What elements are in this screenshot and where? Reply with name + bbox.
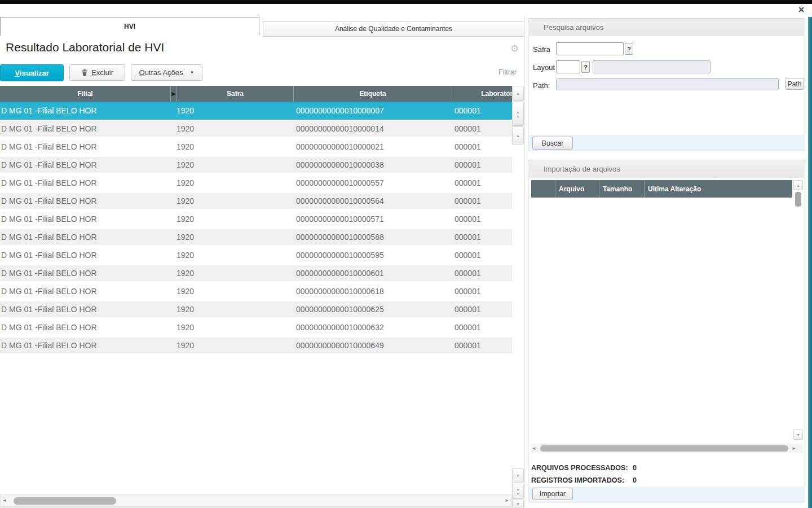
table-cell: 000001 xyxy=(452,196,512,205)
table-cell: D MG 01 -Filial BELO HOR xyxy=(0,214,170,224)
table-row[interactable]: D MG 01 -Filial BELO HOR1920000000000000… xyxy=(0,102,512,120)
column-header-laboratorio[interactable]: Laboratório xyxy=(452,86,512,102)
table-row[interactable]: D MG 01 -Filial BELO HOR1920000000000000… xyxy=(0,246,512,264)
outras-acoes-button[interactable]: Outras Ações ▼ xyxy=(131,64,202,81)
registros-importados-value: 0 xyxy=(633,476,637,484)
scroll-page-down-icon[interactable]: ▼▼ xyxy=(512,484,524,499)
close-icon[interactable]: ✕ xyxy=(794,3,809,16)
table-cell: D MG 01 -Filial BELO HOR xyxy=(0,196,170,205)
table-cell: 000001 xyxy=(452,323,512,332)
table-cell: 00000000000010000007 xyxy=(293,106,452,115)
import-horizontal-scroll-thumb[interactable] xyxy=(540,445,788,452)
app-window: ✕ HVI Análise de Qualidade e Contaminant… xyxy=(0,0,812,508)
table-cell: D MG 01 -Filial BELO HOR xyxy=(0,124,170,133)
column-header-safra[interactable]: Safra xyxy=(176,86,293,102)
table-cell: 1920 xyxy=(176,305,293,314)
results-table-header: Filial ▶ Safra Etiqueta Laboratório xyxy=(0,86,512,102)
excluir-button[interactable]: Excluir xyxy=(69,64,125,81)
table-cell: D MG 01 -Filial BELO HOR xyxy=(0,233,170,242)
scroll-up-icon[interactable]: ▲ xyxy=(512,86,524,101)
scroll-left-icon[interactable]: ◄ xyxy=(2,498,7,503)
column-header-etiqueta[interactable]: Etiqueta xyxy=(293,86,452,102)
scroll-down-icon[interactable]: ▼ xyxy=(512,468,524,483)
import-table-header: Arquivo Tamanho Ultima Alteração xyxy=(531,180,792,198)
table-row[interactable]: D MG 01 -Filial BELO HOR1920000000000000… xyxy=(0,138,512,156)
tab-analise-qualidade[interactable]: Análise de Qualidade e Contaminantes xyxy=(263,21,524,37)
table-cell: 1920 xyxy=(176,178,293,187)
table-row[interactable]: D MG 01 -Filial BELO HOR1920000000000000… xyxy=(0,192,512,210)
buscar-button[interactable]: Buscar xyxy=(532,137,573,150)
import-column-tamanho[interactable]: Tamanho xyxy=(599,180,644,198)
table-cell: 000001 xyxy=(452,287,512,296)
safra-lookup-button[interactable]: ? xyxy=(625,43,633,55)
table-cell: D MG 01 -Filial BELO HOR xyxy=(0,251,170,260)
import-vertical-scroll-thumb[interactable] xyxy=(795,192,801,207)
results-table-body: D MG 01 -Filial BELO HOR1920000000000000… xyxy=(0,102,512,354)
filtrar-link[interactable]: Filtrar xyxy=(498,68,517,76)
table-cell: 00000000000010000588 xyxy=(293,233,452,242)
import-scroll-right-icon[interactable]: ► xyxy=(792,446,796,451)
table-cell: 00000000000010000618 xyxy=(293,287,452,296)
excluir-label: Excluir xyxy=(91,68,113,77)
safra-input[interactable] xyxy=(556,42,624,55)
scroll-thumb-up-icon[interactable]: ▲ xyxy=(512,126,524,144)
layout-label: Layout xyxy=(533,63,555,72)
chevron-down-icon: ▼ xyxy=(190,70,195,75)
table-cell: D MG 01 -Filial BELO HOR xyxy=(0,269,170,278)
left-window-border-bottom xyxy=(0,507,524,507)
current-record-indicator-icon: ▶ xyxy=(170,86,176,102)
path-button[interactable]: Path xyxy=(785,78,804,90)
table-cell: D MG 01 -Filial BELO HOR xyxy=(0,106,170,115)
table-cell: 1920 xyxy=(176,287,293,296)
importacao-arquivos-panel: Importação de arquivos Arquivo Tamanho U… xyxy=(528,160,805,502)
safra-label: Safra xyxy=(533,45,550,54)
registros-importados-label: REGISTROS IMPORTADOS: xyxy=(531,476,624,484)
import-column-ultima-alteracao[interactable]: Ultima Alteração xyxy=(644,180,792,198)
table-row[interactable]: D MG 01 -Filial BELO HOR1920000000000000… xyxy=(0,300,512,318)
table-row[interactable]: D MG 01 -Filial BELO HOR1920000000000000… xyxy=(0,336,512,354)
table-cell: 1920 xyxy=(176,142,293,151)
table-cell: 1920 xyxy=(176,106,293,115)
scroll-bottom-icon[interactable]: ▼ xyxy=(512,500,524,507)
table-cell: D MG 01 -Filial BELO HOR xyxy=(0,323,170,332)
table-cell: 000001 xyxy=(452,305,512,314)
tab-hvi[interactable]: HVI xyxy=(0,17,259,36)
import-scroll-up-icon[interactable]: ▲ xyxy=(793,180,803,190)
table-row[interactable]: D MG 01 -Filial BELO HOR1920000000000000… xyxy=(0,156,512,174)
table-cell: 1920 xyxy=(176,341,293,350)
table-row[interactable]: D MG 01 -Filial BELO HOR1920000000000000… xyxy=(0,228,512,246)
import-scroll-left-icon[interactable]: ◄ xyxy=(532,446,536,451)
table-cell: 000001 xyxy=(452,233,512,242)
import-column-arquivo[interactable]: Arquivo xyxy=(555,180,599,198)
path-field xyxy=(556,78,779,90)
table-cell: D MG 01 -Filial BELO HOR xyxy=(0,142,170,151)
table-cell: 00000000000010000021 xyxy=(293,142,452,151)
horizontal-scroll-thumb[interactable] xyxy=(14,497,116,505)
table-row[interactable]: D MG 01 -Filial BELO HOR1920000000000000… xyxy=(0,264,512,282)
layout-input[interactable] xyxy=(556,60,580,73)
table-cell: 000001 xyxy=(452,160,512,169)
table-cell: 000001 xyxy=(452,124,512,133)
pesquisa-arquivos-panel: Pesquisa arquivos Safra ? Layout ? Path:… xyxy=(528,18,805,151)
table-row[interactable]: D MG 01 -Filial BELO HOR1920000000000000… xyxy=(0,318,512,336)
table-cell: 00000000000010000571 xyxy=(293,214,452,224)
path-label: Path: xyxy=(533,81,550,90)
table-cell: 1920 xyxy=(176,124,293,133)
column-header-filial[interactable]: Filial xyxy=(0,86,170,102)
table-cell: 000001 xyxy=(452,214,512,224)
table-cell: D MG 01 -Filial BELO HOR xyxy=(0,341,170,350)
layout-lookup-button[interactable]: ? xyxy=(581,61,590,73)
table-row[interactable]: D MG 01 -Filial BELO HOR1920000000000000… xyxy=(0,120,512,138)
import-scroll-down-icon[interactable]: ▼ xyxy=(793,430,803,440)
table-row[interactable]: D MG 01 -Filial BELO HOR1920000000000000… xyxy=(0,174,512,192)
scroll-right-icon[interactable]: ► xyxy=(505,498,509,503)
importar-button[interactable]: Importar xyxy=(532,488,573,500)
table-cell: 00000000000010000014 xyxy=(293,124,452,133)
table-row[interactable]: D MG 01 -Filial BELO HOR1920000000000000… xyxy=(0,210,512,228)
table-cell: 1920 xyxy=(176,269,293,278)
scroll-page-up-icon[interactable]: ▲▲ xyxy=(512,102,524,126)
table-row[interactable]: D MG 01 -Filial BELO HOR1920000000000000… xyxy=(0,282,512,300)
gear-icon[interactable]: ⚙ xyxy=(510,43,519,55)
layout-description-field xyxy=(593,60,710,73)
visualizar-button[interactable]: Visualizar xyxy=(0,64,64,81)
